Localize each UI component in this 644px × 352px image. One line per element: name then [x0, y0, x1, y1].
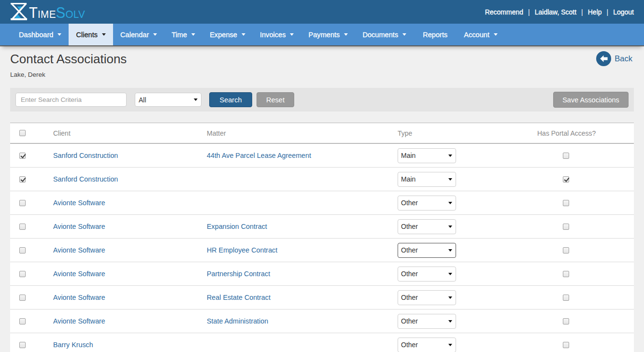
type-select[interactable]: Main: [398, 148, 456, 163]
nav-item-label: Payments: [308, 31, 340, 39]
timesolv-logo[interactable]: TIMESOLV: [11, 0, 89, 20]
client-link[interactable]: Avionte Software: [53, 246, 105, 254]
type-select-value: Main: [398, 152, 415, 159]
matter-link[interactable]: Real Estate Contract: [207, 294, 271, 301]
matter-link[interactable]: State Administration: [207, 317, 268, 325]
nav-item-time[interactable]: Time: [164, 24, 202, 45]
portal-access-checkbox[interactable]: [563, 342, 569, 348]
reset-button[interactable]: Reset: [257, 92, 294, 107]
portal-access-checkbox[interactable]: [563, 200, 569, 206]
client-link[interactable]: Sanford Construction: [53, 152, 118, 159]
table-row: Avionte Software Partnership Contract Ot…: [10, 262, 634, 286]
client-link[interactable]: Avionte Software: [53, 223, 105, 230]
page-title: Contact Associations: [10, 52, 634, 66]
row-select-checkbox[interactable]: [19, 247, 26, 253]
table-row: Avionte Software State Administration Ot…: [10, 310, 634, 333]
type-select[interactable]: Other: [398, 338, 456, 352]
chevron-down-icon: [448, 155, 452, 157]
row-select-checkbox[interactable]: [19, 295, 26, 301]
row-select-checkbox[interactable]: [19, 318, 26, 324]
type-select[interactable]: Other: [398, 267, 456, 282]
save-associations-button[interactable]: Save Associations: [553, 92, 629, 108]
matter-link[interactable]: Expansion Contract: [207, 223, 267, 230]
portal-access-checkbox[interactable]: [563, 271, 569, 277]
nav-item-expense[interactable]: Expense: [202, 24, 253, 45]
table-row: Barry Krusch Other: [10, 333, 634, 352]
type-select[interactable]: Other: [398, 196, 456, 211]
chevron-down-icon: [242, 33, 245, 36]
portal-access-checkbox[interactable]: [563, 247, 569, 253]
chevron-down-icon: [194, 99, 198, 101]
top-link-recommend[interactable]: Recommend: [485, 8, 523, 16]
table-header: Client Matter Type Has Portal Access?: [10, 123, 634, 144]
client-link[interactable]: Barry Krusch: [53, 341, 93, 349]
nav-item-label: Calendar: [120, 31, 149, 39]
matter-link[interactable]: Partnership Contract: [207, 270, 270, 278]
filter-select[interactable]: All: [135, 93, 201, 107]
client-link[interactable]: Avionte Software: [53, 294, 105, 301]
type-select[interactable]: Other: [398, 243, 456, 258]
page-subtitle: Lake, Derek: [10, 71, 634, 79]
top-link-separator: |: [607, 8, 609, 16]
matter-link[interactable]: 44th Ave Parcel Lease Agreement: [207, 152, 311, 159]
client-link[interactable]: Avionte Software: [53, 199, 105, 207]
nav-item-account[interactable]: Account: [457, 24, 505, 45]
type-select[interactable]: Other: [398, 314, 456, 329]
nav-item-label: Clients: [76, 31, 98, 39]
client-link[interactable]: Sanford Construction: [53, 175, 118, 183]
type-select-value: Other: [398, 317, 418, 325]
chevron-down-icon: [448, 273, 452, 275]
nav-item-label: Reports: [423, 31, 447, 39]
top-link-laidlaw-scott[interactable]: Laidlaw, Scott: [535, 8, 576, 16]
top-link-logout[interactable]: Logout: [613, 8, 634, 16]
type-select[interactable]: Other: [398, 290, 456, 305]
nav-item-calendar[interactable]: Calendar: [113, 24, 164, 45]
back-button[interactable]: Back: [596, 51, 632, 66]
row-select-checkbox[interactable]: [19, 342, 26, 348]
nav-item-documents[interactable]: Documents: [355, 24, 414, 45]
column-header-portal: Has Portal Access?: [525, 129, 634, 137]
row-select-checkbox[interactable]: [19, 271, 26, 277]
nav-item-reports[interactable]: Reports: [414, 24, 457, 45]
portal-access-checkbox[interactable]: [563, 153, 569, 159]
portal-access-checkbox[interactable]: [563, 224, 569, 230]
brand-ime: IME: [38, 8, 56, 20]
chevron-down-icon: [448, 344, 452, 346]
row-select-checkbox[interactable]: [19, 224, 26, 230]
portal-access-checkbox[interactable]: [563, 176, 569, 183]
back-circle[interactable]: [596, 51, 611, 66]
chevron-down-icon: [344, 33, 348, 36]
table-body: Sanford Construction 44th Ave Parcel Lea…: [10, 144, 634, 352]
back-label[interactable]: Back: [615, 54, 632, 63]
nav-item-invoices[interactable]: Invoices: [253, 24, 301, 45]
row-select-checkbox[interactable]: [19, 200, 26, 206]
chevron-down-icon: [448, 178, 452, 181]
associations-table: Client Matter Type Has Portal Access? Sa…: [10, 123, 634, 352]
column-header-client: Client: [44, 129, 198, 137]
table-row: Avionte Software HR Employee Contract Ot…: [10, 239, 634, 262]
search-button[interactable]: Search: [209, 92, 252, 107]
brand-olv: OLV: [65, 8, 85, 20]
portal-access-checkbox[interactable]: [563, 318, 569, 324]
arrow-left-icon: [600, 55, 608, 62]
top-links: Recommend|Laidlaw, Scott|Help|Logout: [485, 8, 634, 16]
column-header-type: Type: [388, 129, 525, 137]
nav-item-label: Dashboard: [19, 31, 53, 39]
type-select[interactable]: Other: [398, 219, 456, 234]
nav-item-dashboard[interactable]: Dashboard: [12, 24, 69, 45]
type-select[interactable]: Main: [398, 172, 456, 187]
select-all-checkbox[interactable]: [19, 130, 26, 136]
portal-access-checkbox[interactable]: [563, 295, 569, 301]
chevron-down-icon: [102, 33, 106, 36]
search-input[interactable]: [15, 93, 127, 107]
table-row: Sanford Construction 44th Ave Parcel Lea…: [10, 144, 634, 168]
row-select-checkbox[interactable]: [19, 176, 26, 183]
nav-item-payments[interactable]: Payments: [301, 24, 355, 45]
client-link[interactable]: Avionte Software: [53, 270, 105, 278]
row-select-checkbox[interactable]: [19, 153, 26, 159]
filter-select-value: All: [135, 96, 146, 104]
client-link[interactable]: Avionte Software: [53, 317, 105, 325]
nav-item-clients[interactable]: Clients: [69, 24, 113, 45]
top-link-help[interactable]: Help: [588, 8, 602, 16]
matter-link[interactable]: HR Employee Contract: [207, 246, 277, 254]
